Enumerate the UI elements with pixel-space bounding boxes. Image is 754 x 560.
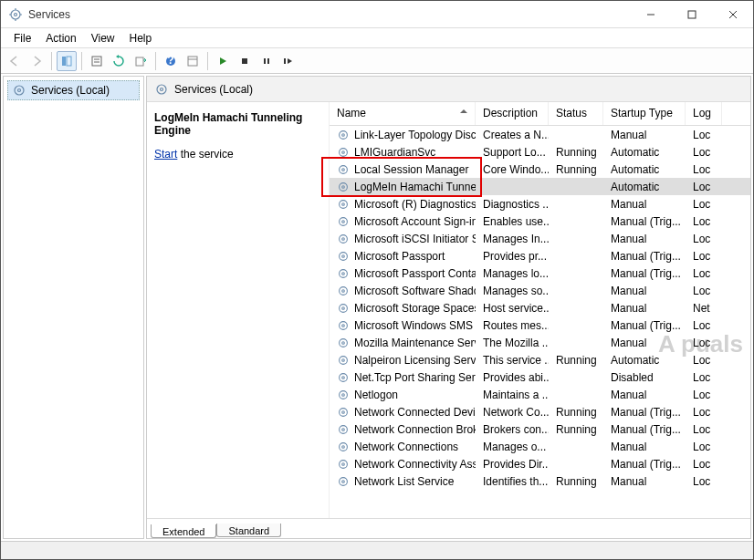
restart-service-button[interactable] — [278, 51, 298, 71]
maximize-button[interactable] — [671, 1, 712, 27]
svg-point-61 — [342, 410, 345, 413]
service-name: Net.Tcp Port Sharing Service — [354, 371, 476, 384]
svg-point-58 — [340, 390, 348, 399]
service-name: Microsoft Passport Container — [354, 267, 476, 280]
nav-services-local[interactable]: Services (Local) — [7, 80, 140, 100]
table-row[interactable]: Network Connectivity Assis...Provides Di… — [330, 455, 750, 472]
help-button[interactable]: ? — [161, 51, 181, 71]
gear-icon — [12, 83, 26, 98]
svg-point-27 — [161, 88, 163, 90]
service-startup: Automatic — [603, 162, 686, 177]
start-service-button[interactable] — [213, 51, 233, 71]
svg-point-31 — [342, 150, 345, 153]
service-logon: Loc — [686, 336, 722, 350]
gear-icon — [337, 198, 350, 211]
table-row[interactable]: NetlogonMaintains a ...ManualLoc — [330, 386, 750, 403]
body: Services (Local) Services (Local) LogMeI… — [1, 74, 753, 541]
service-name: Network Connected Device... — [354, 406, 476, 419]
nav-item-label: Services (Local) — [31, 84, 110, 97]
close-button[interactable] — [712, 1, 753, 27]
table-row[interactable]: Microsoft Passport ContainerManages lo..… — [330, 264, 750, 282]
table-row[interactable]: Mozilla Maintenance ServiceThe Mozilla .… — [330, 334, 750, 351]
table-row[interactable]: Network Connection BrokerBrokers con...R… — [330, 420, 750, 438]
back-button[interactable] — [5, 51, 25, 71]
table-row[interactable]: Microsoft Windows SMS Ro...Routes mes...… — [330, 316, 750, 334]
table-row[interactable]: LMIGuardianSvcSupport Lo...RunningAutoma… — [330, 143, 750, 161]
service-desc: Manages so... — [476, 284, 549, 298]
service-desc: This service ... — [476, 353, 549, 368]
menu-view[interactable]: View — [84, 30, 122, 47]
actions-pane: LogMeIn Hamachi Tunneling Engine Start t… — [147, 102, 330, 518]
svg-point-24 — [15, 86, 24, 95]
service-desc: Routes mes... — [476, 318, 549, 333]
table-row[interactable]: Network ConnectionsManages o...ManualLoc — [330, 438, 750, 455]
view-tabs: Extended Standard — [147, 518, 750, 538]
table-row[interactable]: Local Session ManagerCore Windo...Runnin… — [330, 161, 750, 178]
table-row[interactable]: LogMeIn Hamachi Tunneli...AutomaticLoc — [330, 178, 750, 195]
table-row[interactable]: Microsoft Storage Spaces S...Host servic… — [330, 299, 750, 316]
minimize-button[interactable] — [630, 1, 671, 27]
svg-point-43 — [342, 254, 345, 257]
refresh-button[interactable] — [109, 51, 129, 71]
service-status — [549, 325, 603, 327]
gear-icon — [154, 82, 169, 97]
menu-action[interactable]: Action — [38, 30, 83, 47]
stop-service-button[interactable] — [235, 51, 255, 71]
col-startup[interactable]: Startup Type — [603, 102, 686, 125]
svg-point-0 — [11, 10, 20, 19]
pause-service-button[interactable] — [257, 51, 277, 71]
services-icon — [8, 7, 23, 22]
col-description[interactable]: Description — [476, 102, 549, 125]
table-row[interactable]: Microsoft (R) Diagnostics H...Diagnostic… — [330, 195, 750, 213]
svg-point-32 — [340, 165, 348, 173]
service-status — [549, 273, 603, 275]
service-status: Running — [549, 405, 603, 420]
table-row[interactable]: Link-Layer Topology Discov...Creates a N… — [330, 126, 750, 143]
svg-point-65 — [342, 445, 345, 448]
columns: LogMeIn Hamachi Tunneling Engine Start t… — [147, 102, 750, 518]
service-startup: Manual — [603, 301, 686, 316]
table-row[interactable]: Nalpeiron Licensing ServiceThis service … — [330, 351, 750, 368]
service-logon: Loc — [686, 197, 722, 212]
tab-standard[interactable]: Standard — [216, 524, 281, 537]
service-name: Microsoft Account Sign-in ... — [354, 215, 476, 228]
table-row[interactable]: Microsoft iSCSI Initiator Ser...Manages … — [330, 230, 750, 247]
service-startup: Manual — [603, 388, 686, 402]
service-logon: Loc — [686, 440, 722, 454]
col-logon[interactable]: Log — [686, 102, 722, 125]
service-status — [549, 377, 603, 379]
service-logon: Loc — [686, 128, 722, 142]
main-panel: Services (Local) LogMeIn Hamachi Tunneli… — [146, 76, 751, 539]
service-name: Microsoft Storage Spaces S... — [354, 302, 476, 315]
gear-icon — [337, 475, 350, 488]
table-row[interactable]: Microsoft Account Sign-in ...Enables use… — [330, 213, 750, 230]
service-startup: Automatic — [603, 145, 686, 160]
menu-file[interactable]: File — [6, 30, 38, 47]
col-name[interactable]: Name — [330, 102, 476, 125]
list-rows[interactable]: Link-Layer Topology Discov...Creates a N… — [330, 126, 750, 518]
table-row[interactable]: Network Connected Device...Network Co...… — [330, 403, 750, 420]
show-hide-tree-button[interactable] — [57, 51, 77, 71]
gear-icon — [337, 250, 350, 263]
service-desc: Creates a N... — [476, 128, 549, 142]
service-name: Mozilla Maintenance Service — [354, 337, 476, 349]
menu-help[interactable]: Help — [122, 30, 160, 47]
table-row[interactable]: Network List ServiceIdentifies th...Runn… — [330, 472, 750, 490]
start-link[interactable]: Start — [154, 148, 177, 161]
svg-point-34 — [340, 182, 348, 191]
svg-point-56 — [340, 373, 348, 381]
service-name: Network Connections — [354, 441, 458, 453]
table-row[interactable]: Net.Tcp Port Sharing ServiceProvides abi… — [330, 368, 750, 386]
service-logon: Loc — [686, 180, 722, 194]
export-button[interactable] — [131, 51, 151, 71]
table-row[interactable]: Microsoft Software Shadow...Manages so..… — [330, 282, 750, 299]
tab-extended[interactable]: Extended — [151, 524, 216, 538]
columns-button[interactable] — [183, 51, 203, 71]
col-status[interactable]: Status — [549, 102, 603, 125]
service-status — [549, 394, 603, 396]
gear-icon — [337, 389, 350, 401]
svg-point-30 — [340, 148, 348, 156]
forward-button[interactable] — [26, 51, 47, 71]
properties-button[interactable] — [87, 51, 107, 71]
table-row[interactable]: Microsoft PassportProvides pr...Manual (… — [330, 247, 750, 264]
